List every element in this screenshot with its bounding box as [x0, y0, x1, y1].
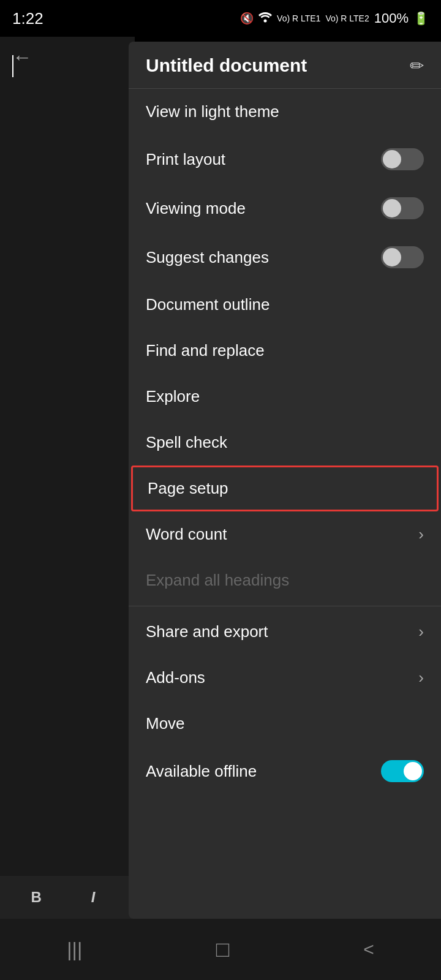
page-setup-label: Page setup [148, 479, 228, 498]
expand-all-headings-label: Expand all headings [146, 571, 289, 590]
spell-check-label: Spell check [146, 433, 227, 452]
suggest-changes-toggle[interactable] [381, 246, 424, 268]
menu-title: Untitled document [146, 55, 307, 76]
viewing-mode-knob [383, 199, 401, 217]
view-light-theme-label: View in light theme [146, 102, 279, 121]
battery-icon: 🔋 [413, 11, 429, 26]
menu-item-move[interactable]: Move [129, 701, 441, 747]
suggest-changes-knob [383, 248, 401, 266]
status-bar: 1:22 🔇 Vo) R LTE1 Vo) R LTE2 100% 🔋 [0, 0, 441, 37]
available-offline-label: Available offline [146, 762, 257, 781]
viewing-mode-toggle[interactable] [381, 197, 424, 219]
nav-back-button[interactable]: < [363, 939, 374, 960]
editor-area [0, 37, 135, 919]
document-outline-label: Document outline [146, 295, 270, 314]
italic-button[interactable]: I [84, 884, 103, 911]
word-count-label: Word count [146, 525, 227, 544]
dropdown-menu: Untitled document ✏ View in light theme … [129, 42, 441, 919]
menu-item-document-outline[interactable]: Document outline [129, 282, 441, 328]
move-label: Move [146, 714, 185, 733]
menu-divider [129, 606, 441, 606]
menu-item-print-layout[interactable]: Print layout [129, 135, 441, 184]
menu-item-viewing-mode[interactable]: Viewing mode [129, 184, 441, 233]
add-ons-label: Add-ons [146, 668, 205, 687]
word-count-chevron: › [418, 525, 424, 544]
bold-button[interactable]: B [23, 884, 48, 911]
nav-menu-button[interactable]: ||| [67, 938, 82, 961]
find-and-replace-label: Find and replace [146, 341, 265, 360]
menu-item-share-and-export[interactable]: Share and export › [129, 609, 441, 655]
status-time: 1:22 [12, 9, 43, 28]
mute-icon: 🔇 [240, 12, 254, 25]
explore-label: Explore [146, 387, 200, 406]
viewing-mode-label: Viewing mode [146, 199, 246, 218]
svg-point-0 [264, 19, 267, 22]
menu-header: Untitled document ✏ [129, 42, 441, 89]
add-ons-chevron: › [418, 668, 424, 687]
share-and-export-chevron: › [418, 622, 424, 641]
print-layout-knob [383, 150, 401, 168]
menu-item-suggest-changes[interactable]: Suggest changes [129, 233, 441, 282]
menu-item-word-count[interactable]: Word count › [129, 511, 441, 557]
signal2-icon: Vo) R LTE2 [325, 13, 369, 23]
print-layout-label: Print layout [146, 150, 225, 169]
menu-item-find-and-replace[interactable]: Find and replace [129, 328, 441, 374]
suggest-changes-label: Suggest changes [146, 248, 269, 267]
back-button[interactable]: ← [12, 46, 32, 69]
signal-icon: Vo) R LTE1 [277, 13, 320, 23]
battery-indicator: 100% [374, 10, 409, 26]
menu-item-spell-check[interactable]: Spell check [129, 420, 441, 466]
menu-item-page-setup[interactable]: Page setup [131, 466, 439, 511]
available-offline-knob [404, 762, 422, 780]
print-layout-toggle[interactable] [381, 148, 424, 170]
wifi-icon [258, 12, 272, 26]
status-icons: 🔇 Vo) R LTE1 Vo) R LTE2 100% 🔋 [240, 10, 429, 26]
menu-item-add-ons[interactable]: Add-ons › [129, 655, 441, 701]
menu-item-explore[interactable]: Explore [129, 374, 441, 420]
available-offline-toggle[interactable] [381, 760, 424, 782]
edit-icon[interactable]: ✏ [410, 56, 424, 76]
menu-item-available-offline[interactable]: Available offline [129, 747, 441, 796]
bottom-nav: ||| □ < [0, 919, 441, 980]
menu-item-expand-all-headings[interactable]: Expand all headings [129, 557, 441, 603]
nav-home-button[interactable]: □ [216, 937, 230, 962]
menu-item-view-light-theme[interactable]: View in light theme [129, 89, 441, 135]
share-and-export-label: Share and export [146, 622, 268, 641]
